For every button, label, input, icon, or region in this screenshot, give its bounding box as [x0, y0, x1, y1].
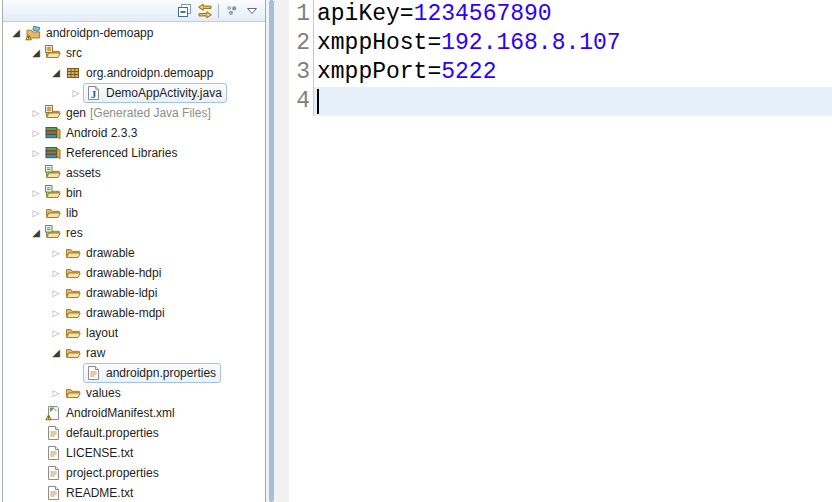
tree-item-values[interactable]: ▷values — [3, 383, 265, 403]
expand-arrow-icon[interactable]: ▷ — [29, 143, 43, 163]
tree-item-readme-txt[interactable]: README.txt — [3, 483, 265, 502]
properties-editor-pane[interactable]: 1apiKey=12345678902xmppHost=192.168.8.10… — [277, 0, 832, 502]
tree-item-label: res — [66, 226, 83, 240]
tree-item-project-properties[interactable]: project.properties — [3, 463, 265, 483]
tree-item-content: Android 2.3.3 — [43, 123, 142, 143]
eclipse-workbench: ◢androidpn-demoapp◢src◢org.androidpn.dem… — [0, 0, 832, 502]
tree-item-drawable-ldpi[interactable]: ▷drawable-ldpi — [3, 283, 265, 303]
tree-item-content: lib — [43, 203, 83, 223]
line-number[interactable]: 1 — [289, 0, 314, 29]
tree-item-res[interactable]: ◢res — [3, 223, 265, 243]
tree-item-label: org.androidpn.demoapp — [86, 66, 213, 80]
tree-item-demoappactivity-java[interactable]: ▷JDemoAppActivity.java — [3, 83, 265, 103]
manifest-file-icon — [45, 405, 62, 421]
selected-tree-item: JDemoAppActivity.java — [83, 83, 227, 103]
tree-item-lib[interactable]: ▷lib — [3, 203, 265, 223]
tree-item-gen[interactable]: ▷gen[Generated Java Files] — [3, 103, 265, 123]
tree-item-bin[interactable]: ▷bin — [3, 183, 265, 203]
tree-item-android-2-3-3[interactable]: ▷Android 2.3.3 — [3, 123, 265, 143]
tree-item-androidpn-demoapp[interactable]: ◢androidpn-demoapp — [3, 23, 265, 43]
expand-arrow-icon[interactable]: ▷ — [49, 323, 63, 343]
tree-item-label: AndroidManifest.xml — [66, 406, 175, 420]
folder-dec-icon — [45, 185, 62, 201]
expand-arrow-icon[interactable]: ▷ — [29, 183, 43, 203]
toolbar-separator — [218, 4, 219, 18]
tree-item-label: androidpn-demoapp — [46, 26, 153, 40]
annotation-ruler[interactable] — [277, 0, 289, 502]
collapse-arrow-icon[interactable]: ◢ — [9, 23, 23, 43]
collapse-all-icon[interactable] — [175, 2, 195, 20]
folder-icon — [65, 345, 82, 361]
scrollbar-thumb[interactable] — [269, 0, 274, 502]
line-number[interactable]: 4 — [289, 87, 314, 116]
editor-line-3: 3xmppPort=5222 — [289, 58, 832, 87]
code-line[interactable]: xmppHost=192.168.8.107 — [314, 29, 832, 58]
tree-item-layout[interactable]: ▷layout — [3, 323, 265, 343]
expand-arrow-icon[interactable]: ▷ — [49, 243, 63, 263]
code-line[interactable] — [314, 87, 832, 116]
tree-item-label: README.txt — [66, 486, 133, 500]
collapse-arrow-icon[interactable]: ◢ — [29, 223, 43, 243]
tree-item-label: Referenced Libraries — [66, 146, 177, 160]
link-with-editor-icon[interactable] — [195, 2, 215, 20]
dropdown-arrow-icon[interactable] — [242, 2, 262, 20]
tree-item-androidmanifest-xml[interactable]: AndroidManifest.xml — [3, 403, 265, 423]
tree-item-androidpn-properties[interactable]: androidpn.properties — [3, 363, 265, 383]
tree-item-referenced-libraries[interactable]: ▷Referenced Libraries — [3, 143, 265, 163]
tree-item-src[interactable]: ◢src — [3, 43, 265, 63]
text-file-icon — [45, 425, 62, 441]
tree-item-label: lib — [66, 206, 78, 220]
tree-item-label: LICENSE.txt — [66, 446, 133, 460]
text-file-icon — [45, 485, 62, 501]
tree-item-raw[interactable]: ◢raw — [3, 343, 265, 363]
code-line[interactable]: xmppPort=5222 — [314, 58, 832, 87]
tree-item-content: drawable-ldpi — [63, 283, 162, 303]
tree-item-org-androidpn-demoapp[interactable]: ◢org.androidpn.demoapp — [3, 63, 265, 83]
expand-arrow-icon[interactable]: ▷ — [69, 83, 83, 103]
expand-arrow-icon[interactable]: ▷ — [29, 203, 43, 223]
tree-item-assets[interactable]: assets — [3, 163, 265, 183]
property-value: 192.168.8.107 — [441, 30, 620, 56]
tree-item-label: DemoAppActivity.java — [106, 86, 222, 100]
tree-item-drawable-hdpi[interactable]: ▷drawable-hdpi — [3, 263, 265, 283]
view-menu-icon[interactable] — [222, 2, 242, 20]
collapse-arrow-icon[interactable]: ◢ — [29, 43, 43, 63]
package-icon — [65, 65, 82, 81]
text-file-icon — [45, 445, 62, 461]
tree-item-drawable[interactable]: ▷drawable — [3, 243, 265, 263]
selected-tree-item: androidpn.properties — [83, 363, 221, 383]
tree-item-drawable-mdpi[interactable]: ▷drawable-mdpi — [3, 303, 265, 323]
property-key: xmppPort — [317, 59, 427, 85]
collapse-arrow-icon[interactable]: ◢ — [49, 63, 63, 83]
tree-item-content: raw — [63, 343, 110, 363]
tree-item-content: org.androidpn.demoapp — [63, 63, 218, 83]
expand-arrow-icon[interactable]: ▷ — [49, 283, 63, 303]
editor-line-2: 2xmppHost=192.168.8.107 — [289, 29, 832, 58]
tree-item-content: layout — [63, 323, 123, 343]
line-number[interactable]: 3 — [289, 58, 314, 87]
property-key: xmppHost — [317, 30, 427, 56]
tree-item-content: drawable-mdpi — [63, 303, 170, 323]
source-folder-icon — [45, 105, 62, 121]
expand-arrow-icon[interactable]: ▷ — [49, 383, 63, 403]
tree-item-content: README.txt — [43, 483, 138, 502]
tree-item-default-properties[interactable]: default.properties — [3, 423, 265, 443]
tree-item-content: bin — [43, 183, 87, 203]
package-explorer-panel: ◢androidpn-demoapp◢src◢org.androidpn.dem… — [0, 0, 266, 502]
equals-sign: = — [400, 1, 414, 27]
tree-item-content: drawable — [63, 243, 140, 263]
tree-item-content: Referenced Libraries — [43, 143, 182, 163]
tree-item-label: drawable-ldpi — [86, 286, 157, 300]
line-number[interactable]: 2 — [289, 29, 314, 58]
tree-item-license-txt[interactable]: LICENSE.txt — [3, 443, 265, 463]
expand-arrow-icon[interactable]: ▷ — [49, 303, 63, 323]
tree-item-content: res — [43, 223, 88, 243]
code-line[interactable]: apiKey=1234567890 — [314, 0, 832, 29]
expand-arrow-icon[interactable]: ▷ — [49, 263, 63, 283]
folder-dec-icon — [45, 225, 62, 241]
explorer-scrollbar[interactable] — [266, 0, 277, 502]
expand-arrow-icon[interactable]: ▷ — [29, 103, 43, 123]
expand-arrow-icon[interactable]: ▷ — [29, 123, 43, 143]
tree-item-content: androidpn-demoapp — [23, 23, 158, 43]
collapse-arrow-icon[interactable]: ◢ — [49, 343, 63, 363]
